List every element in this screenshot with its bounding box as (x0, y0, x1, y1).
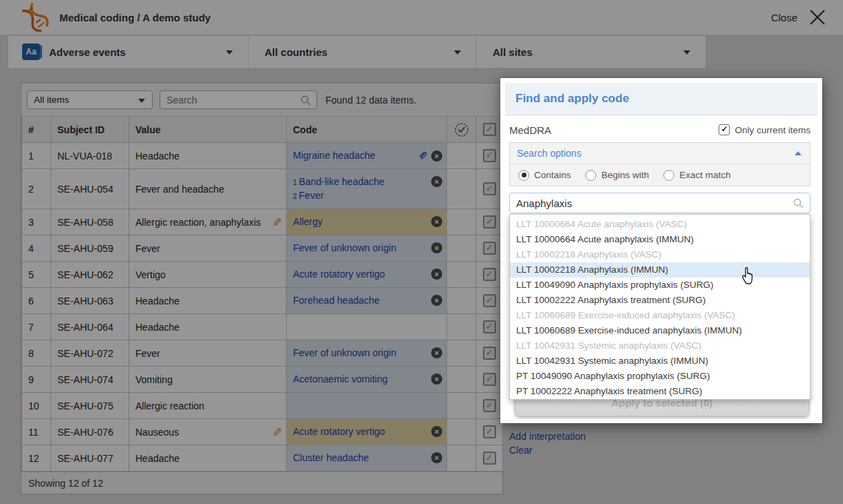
code-result-item[interactable]: LLT 10000664 Acute anaphylaxis (VASC) (510, 217, 810, 232)
only-current-items-label: Only current items (735, 125, 811, 135)
radio-exact-match-label: Exact match (679, 170, 730, 180)
code-result-item[interactable]: LLT 10042931 Systemic anaphylaxis (IMMUN… (510, 353, 810, 369)
search-options-panel: Search options Contains Begins with Exac… (509, 142, 811, 186)
find-apply-code-dialog: Find and apply code MedDRA ✓ Only curren… (500, 78, 822, 423)
code-result-item[interactable]: LLT 10002222 Anaphylaxis treatment (SURG… (510, 293, 810, 308)
medical-coding-screen: Medical coding / A demo study Close Aa A… (0, 0, 843, 504)
dictionary-label: MedDRA (509, 124, 551, 136)
code-result-item[interactable]: LLT 10060689 Exercise-induced anaphylaxi… (510, 308, 810, 323)
cursor-pointer-icon (739, 266, 756, 284)
dialog-header: Find and apply code (505, 83, 817, 115)
code-search-box (509, 193, 811, 213)
code-result-item[interactable]: LLT 10042931 Systemic anaphylaxis (VASC) (510, 338, 810, 353)
radio-begins-with[interactable] (585, 170, 596, 181)
chevron-up-icon (795, 151, 802, 155)
radio-contains[interactable] (518, 170, 529, 181)
code-result-item[interactable]: LLT 10000664 Acute anaphylaxis (IMMUN) (510, 232, 810, 247)
search-options-toggle[interactable]: Search options (510, 143, 810, 164)
checkbox-checked-icon[interactable]: ✓ (719, 124, 730, 135)
code-result-item[interactable]: PT 10049090 Anaphylaxis prophylaxis (SUR… (510, 369, 810, 384)
radio-begins-with-label: Begins with (601, 170, 649, 180)
code-search-input[interactable] (510, 193, 810, 213)
radio-contains-label: Contains (534, 170, 571, 180)
dialog-title: Find and apply code (515, 92, 629, 106)
code-result-item[interactable]: LLT 10049090 Anaphylaxis prophylaxis (SU… (510, 278, 810, 293)
only-current-items-checkbox[interactable]: ✓ Only current items (719, 124, 811, 135)
code-result-item[interactable]: LLT 10002218 Anaphylaxis (IMMUN) (510, 262, 810, 278)
code-result-item[interactable]: PT 10002222 Anaphylaxis treatment (SURG) (510, 384, 810, 399)
code-result-item[interactable]: LLT 10060689 Exercise-induced anaphylaxi… (510, 323, 810, 338)
search-options-label: Search options (517, 148, 581, 159)
dictionary-row: MedDRA ✓ Only current items (509, 122, 811, 137)
code-results-dropdown: LLT 10000664 Acute anaphylaxis (VASC)LLT… (509, 214, 811, 400)
radio-exact-match[interactable] (663, 170, 674, 181)
code-result-item[interactable]: LLT 10002218 Anaphylaxis (VASC) (510, 247, 810, 262)
match-mode-radio-group: Contains Begins with Exact match (510, 164, 810, 186)
search-icon (793, 197, 804, 209)
